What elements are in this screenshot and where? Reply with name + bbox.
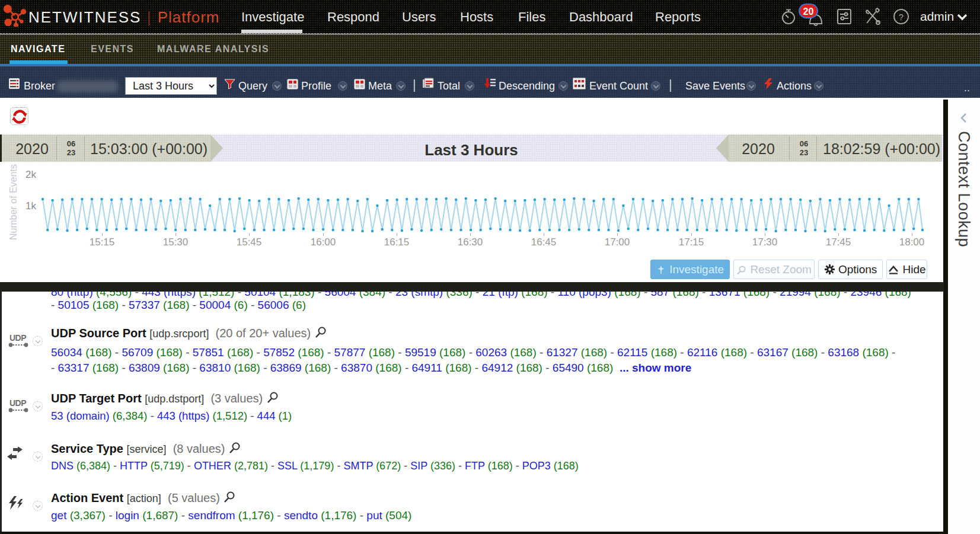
svg-text:?: ? xyxy=(899,12,904,22)
svg-text:UDP: UDP xyxy=(9,398,26,408)
svg-text:UDP: UDP xyxy=(9,333,26,343)
